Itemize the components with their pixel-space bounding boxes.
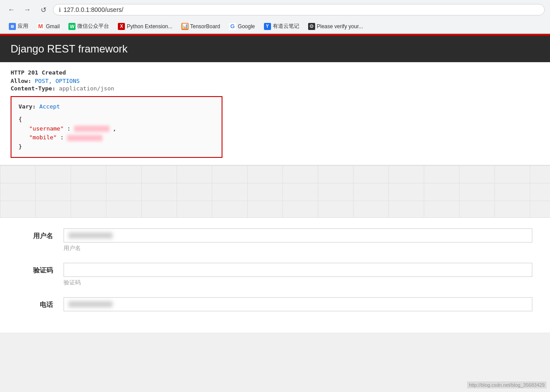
apps-icon: ⊞ bbox=[9, 23, 16, 30]
bookmark-wechat[interactable]: W 微信公众平台 bbox=[65, 21, 113, 31]
phone-label: 电话 bbox=[18, 297, 53, 309]
bookmark-tensor[interactable]: 📊 TensorBoard bbox=[178, 22, 224, 31]
github-icon: ⊙ bbox=[308, 23, 315, 30]
bookmark-gmail[interactable]: M Gmail bbox=[34, 22, 63, 31]
bookmark-youdao[interactable]: Y 有道云笔记 bbox=[260, 21, 303, 31]
username-row: 用户名 用户名 bbox=[18, 228, 532, 252]
bookmark-gmail-label: Gmail bbox=[46, 23, 60, 30]
python-icon: X bbox=[118, 23, 125, 30]
bookmark-github-label: Please verify your... bbox=[317, 23, 363, 30]
grid-separator bbox=[0, 165, 550, 218]
verification-input[interactable] bbox=[64, 263, 532, 277]
back-button[interactable]: ← bbox=[5, 4, 18, 16]
response-area: HTTP 201 Created Allow: POST, OPTIONS Co… bbox=[0, 62, 550, 165]
allow-label: Allow: bbox=[11, 78, 31, 84]
phone-blurred-value bbox=[68, 301, 113, 307]
url-text: 127.0.0.1:8000/users/ bbox=[64, 6, 539, 13]
http-status: HTTP 201 Created bbox=[11, 69, 539, 76]
bookmark-apps[interactable]: ⊞ 应用 bbox=[5, 21, 32, 31]
vary-header: Vary: Accept bbox=[19, 102, 215, 112]
bookmark-tensor-label: TensorBoard bbox=[190, 23, 220, 30]
verification-input-group: 验证码 bbox=[64, 263, 532, 287]
content-type-header: Content-Type: application/json bbox=[11, 85, 539, 92]
username-label: 用户名 bbox=[18, 228, 53, 240]
wechat-icon: W bbox=[68, 23, 75, 30]
json-mobile-val bbox=[67, 135, 102, 141]
forward-button[interactable]: → bbox=[21, 4, 34, 16]
verification-hint: 验证码 bbox=[64, 279, 532, 287]
username-hint: 用户名 bbox=[64, 244, 532, 252]
phone-row: 电话 bbox=[18, 297, 532, 311]
bookmark-apps-label: 应用 bbox=[18, 22, 28, 30]
json-mobile-key: "mobile" bbox=[29, 134, 57, 141]
bookmark-google[interactable]: G Google bbox=[226, 22, 259, 31]
phone-input-group bbox=[64, 297, 532, 311]
allow-value: POST, OPTIONS bbox=[35, 78, 80, 84]
address-bar[interactable]: ℹ 127.0.0.1:8000/users/ bbox=[53, 4, 545, 15]
content-type-value: application/json bbox=[59, 85, 114, 92]
bookmark-python-label: Python Extension... bbox=[127, 23, 172, 30]
phone-input-display[interactable] bbox=[64, 297, 532, 311]
drf-header: Django REST framework bbox=[0, 36, 550, 62]
reload-button[interactable]: ↺ bbox=[37, 4, 49, 16]
gmail-icon: M bbox=[37, 23, 44, 30]
vary-value: Accept bbox=[39, 103, 60, 110]
browser-chrome: ← → ↺ ℹ 127.0.0.1:8000/users/ ⊞ 应用 M Gma… bbox=[0, 0, 550, 34]
bookmark-youdao-label: 有道云笔记 bbox=[273, 22, 299, 30]
username-input-display[interactable] bbox=[64, 228, 532, 243]
google-icon: G bbox=[229, 23, 236, 30]
json-response-box: Vary: Accept { "username" : , "mobile" : bbox=[11, 96, 222, 158]
bookmark-github[interactable]: ⊙ Please verify your... bbox=[305, 22, 367, 31]
json-username-key: "username" bbox=[29, 125, 64, 132]
lock-icon: ℹ bbox=[59, 7, 61, 13]
form-area: 用户名 用户名 验证码 验证码 电话 bbox=[0, 218, 550, 332]
verification-label: 验证码 bbox=[18, 263, 53, 275]
bookmark-wechat-label: 微信公众平台 bbox=[77, 22, 109, 30]
json-body: { "username" : , "mobile" : } bbox=[19, 115, 215, 152]
drf-title: Django REST framework bbox=[11, 43, 128, 55]
json-open-brace: { bbox=[19, 115, 215, 124]
username-blurred-value bbox=[68, 232, 113, 239]
bookmark-python[interactable]: X Python Extension... bbox=[114, 22, 176, 31]
json-username-val bbox=[74, 126, 109, 132]
youdao-icon: Y bbox=[264, 23, 271, 30]
json-close-brace: } bbox=[19, 142, 215, 152]
bookmarks-bar: ⊞ 应用 M Gmail W 微信公众平台 X Python Extension… bbox=[0, 19, 550, 34]
verification-row: 验证码 验证码 bbox=[18, 263, 532, 287]
content-type-label: Content-Type: bbox=[11, 85, 56, 92]
json-username-line: "username" : , bbox=[19, 124, 215, 134]
username-input-group: 用户名 bbox=[64, 228, 532, 252]
json-mobile-line: "mobile" : bbox=[19, 133, 215, 142]
tensor-icon: 📊 bbox=[181, 23, 188, 30]
main-content: Django REST framework HTTP 201 Created A… bbox=[0, 36, 550, 332]
bookmark-google-label: Google bbox=[238, 23, 255, 30]
allow-header: Allow: POST, OPTIONS bbox=[11, 78, 539, 84]
vary-label: Vary: bbox=[19, 103, 36, 110]
nav-bar: ← → ↺ ℹ 127.0.0.1:8000/users/ bbox=[0, 0, 550, 19]
